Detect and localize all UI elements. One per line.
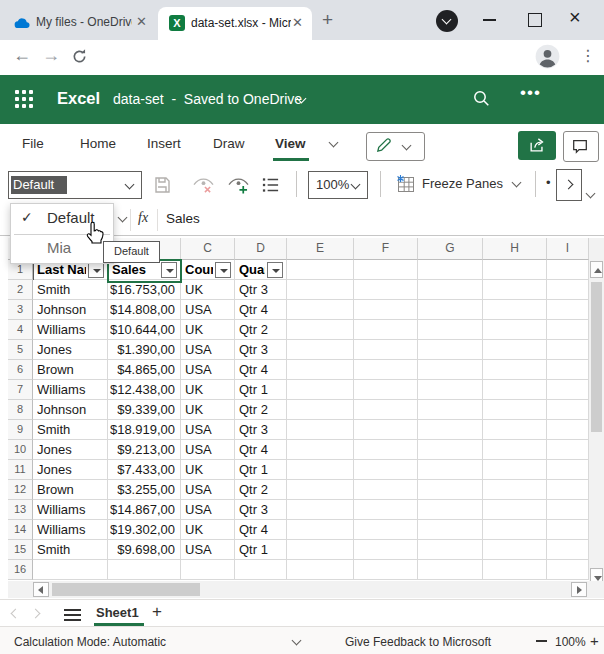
cell-C11[interactable]: UK bbox=[185, 460, 231, 480]
tab-close-icon[interactable]: ✕ bbox=[136, 14, 147, 29]
document-title[interactable]: data-set - Saved to OneDrive bbox=[113, 91, 302, 107]
tab-close-icon[interactable]: ✕ bbox=[292, 15, 303, 30]
ribbon-tabs-chevron-icon[interactable] bbox=[329, 138, 339, 148]
cell-A8[interactable]: Johnson bbox=[37, 400, 104, 420]
prev-sheet-icon[interactable] bbox=[11, 609, 21, 619]
tab-home[interactable]: Home bbox=[80, 136, 116, 151]
feedback-link[interactable]: Give Feedback to Microsoft bbox=[345, 635, 491, 649]
cell-D11[interactable]: Qtr 1 bbox=[239, 460, 283, 480]
cell-C15[interactable]: USA bbox=[185, 540, 231, 560]
cell-A4[interactable]: Williams bbox=[37, 320, 104, 340]
cell-C6[interactable]: USA bbox=[185, 360, 231, 380]
editing-mode-button[interactable] bbox=[366, 132, 425, 161]
horizontal-scroll-thumb[interactable] bbox=[52, 583, 200, 596]
cell-C14[interactable]: UK bbox=[185, 520, 231, 540]
table-header-cell[interactable]: Count bbox=[185, 260, 213, 280]
zoom-out-icon[interactable] bbox=[536, 640, 547, 642]
close-button[interactable]: × bbox=[569, 6, 581, 29]
column-header-D[interactable]: D bbox=[235, 238, 287, 260]
column-header-I[interactable]: I bbox=[547, 238, 589, 260]
cell-C13[interactable]: USA bbox=[185, 500, 231, 520]
cell-D4[interactable]: Qtr 2 bbox=[239, 320, 283, 340]
calculation-mode[interactable]: Calculation Mode: Automatic bbox=[14, 635, 166, 649]
app-launcher-icon[interactable] bbox=[15, 90, 33, 108]
status-zoom-value[interactable]: 100% bbox=[555, 635, 586, 649]
scroll-left-button[interactable] bbox=[33, 582, 49, 597]
column-header-H[interactable]: H bbox=[483, 238, 547, 260]
cell-C9[interactable]: USA bbox=[185, 420, 231, 440]
reload-icon[interactable] bbox=[71, 48, 88, 69]
row-header-11[interactable]: 11 bbox=[8, 460, 33, 480]
tab-insert[interactable]: Insert bbox=[147, 136, 181, 151]
cell-A12[interactable]: Brown bbox=[37, 480, 104, 500]
cell-B15[interactable]: $9.698,00 bbox=[110, 540, 175, 560]
cell-A15[interactable]: Smith bbox=[37, 540, 104, 560]
cell-D12[interactable]: Qtr 2 bbox=[239, 480, 283, 500]
cell-A5[interactable]: Jones bbox=[37, 340, 104, 360]
cell-D9[interactable]: Qtr 3 bbox=[239, 420, 283, 440]
cell-B4[interactable]: $10.644,00 bbox=[110, 320, 175, 340]
tab-file[interactable]: File bbox=[22, 136, 44, 151]
collapse-ribbon-chevron-icon[interactable] bbox=[586, 189, 596, 199]
row-header-12[interactable]: 12 bbox=[8, 480, 33, 500]
cell-A14[interactable]: Williams bbox=[37, 520, 104, 540]
row-header-3[interactable]: 3 bbox=[8, 300, 33, 320]
cell-A9[interactable]: Smith bbox=[37, 420, 104, 440]
cell-B10[interactable]: $9.213,00 bbox=[110, 440, 175, 460]
browser-tab-excel[interactable]: X data-set.xlsx - Micr ✕ bbox=[158, 7, 312, 40]
scroll-up-button[interactable] bbox=[590, 261, 603, 278]
cell-C7[interactable]: UK bbox=[185, 380, 231, 400]
toolbar-scroll-right-button[interactable] bbox=[556, 169, 582, 201]
cell-A7[interactable]: Williams bbox=[37, 380, 104, 400]
cell-A6[interactable]: Brown bbox=[37, 360, 104, 380]
filter-button-C1[interactable] bbox=[215, 262, 231, 278]
share-button[interactable] bbox=[518, 131, 556, 160]
row-header-13[interactable]: 13 bbox=[8, 500, 33, 520]
zoom-in-icon[interactable]: + bbox=[590, 632, 599, 649]
cell-C8[interactable]: UK bbox=[185, 400, 231, 420]
scroll-right-button[interactable] bbox=[571, 582, 587, 597]
cell-B6[interactable]: $4.865,00 bbox=[110, 360, 175, 380]
fx-icon[interactable]: fx bbox=[138, 210, 148, 226]
row-header-10[interactable]: 10 bbox=[8, 440, 33, 460]
sheet-tab-active[interactable]: Sheet1 bbox=[96, 605, 139, 620]
search-icon[interactable] bbox=[472, 89, 490, 111]
sheet-view-combobox[interactable]: Default bbox=[8, 171, 142, 199]
cell-C10[interactable]: USA bbox=[185, 440, 231, 460]
cell-C4[interactable]: UK bbox=[185, 320, 231, 340]
cell-D14[interactable]: Qtr 4 bbox=[239, 520, 283, 540]
column-header-G[interactable]: G bbox=[418, 238, 483, 260]
table-header-cell[interactable]: Quart bbox=[239, 260, 265, 280]
freeze-panes-label[interactable]: Freeze Panes bbox=[422, 176, 503, 191]
cell-B7[interactable]: $12.438,00 bbox=[110, 380, 175, 400]
status-chevron-icon[interactable] bbox=[292, 636, 302, 646]
maximize-button[interactable] bbox=[528, 13, 542, 27]
comments-button[interactable] bbox=[563, 131, 599, 162]
table-header-cell[interactable]: Sales bbox=[112, 260, 159, 280]
horizontal-scrollbar[interactable] bbox=[8, 581, 589, 598]
all-sheets-menu-icon[interactable] bbox=[64, 606, 81, 624]
avatar-icon[interactable] bbox=[535, 44, 560, 73]
tab-view[interactable]: View bbox=[275, 136, 306, 151]
row-header-8[interactable]: 8 bbox=[8, 400, 33, 420]
column-header-C[interactable]: C bbox=[181, 238, 235, 260]
row-header-15[interactable]: 15 bbox=[8, 540, 33, 560]
cell-D15[interactable]: Qtr 1 bbox=[239, 540, 283, 560]
cell-B2[interactable]: $16.753,00 bbox=[110, 280, 175, 300]
next-sheet-icon[interactable] bbox=[31, 609, 41, 619]
cell-D3[interactable]: Qtr 4 bbox=[239, 300, 283, 320]
cell-B5[interactable]: $1.390,00 bbox=[110, 340, 175, 360]
name-box-chevron-icon[interactable] bbox=[118, 213, 128, 223]
column-header-F[interactable]: F bbox=[354, 238, 418, 260]
back-icon[interactable]: ← bbox=[13, 45, 31, 66]
spreadsheet-grid[interactable]: ABCDEFGHI12345678910111213141516Last Nam… bbox=[8, 238, 589, 580]
row-header-4[interactable]: 4 bbox=[8, 320, 33, 340]
filter-button-A1[interactable] bbox=[88, 262, 104, 278]
new-tab-button[interactable]: + bbox=[322, 9, 333, 31]
forward-icon[interactable]: → bbox=[42, 45, 60, 66]
cell-D2[interactable]: Qtr 3 bbox=[239, 280, 283, 300]
row-header-14[interactable]: 14 bbox=[8, 520, 33, 540]
cell-B11[interactable]: $7.433,00 bbox=[110, 460, 175, 480]
cell-B13[interactable]: $14.867,00 bbox=[110, 500, 175, 520]
vertical-scroll-thumb[interactable] bbox=[591, 282, 602, 432]
